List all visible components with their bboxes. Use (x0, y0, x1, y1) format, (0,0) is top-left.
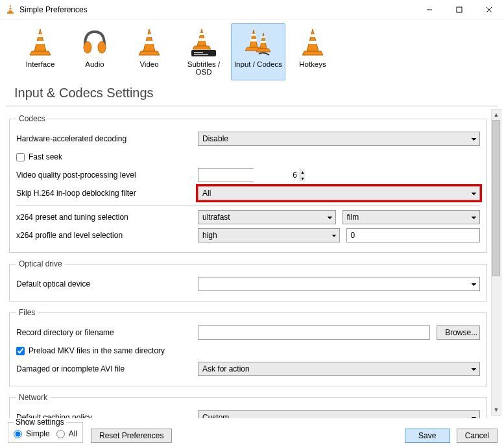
tab-input-codecs[interactable]: Input / Codecs (231, 23, 285, 80)
svg-marker-17 (139, 51, 160, 55)
minimize-button[interactable] (414, 0, 444, 19)
audio-icon (69, 27, 120, 59)
vlc-cone-icon (5, 5, 16, 15)
files-group: Files Record directory or filename Brows… (9, 308, 487, 386)
svg-marker-14 (143, 29, 155, 51)
svg-rect-9 (38, 34, 43, 37)
reset-preferences-button[interactable]: Reset Preferences (91, 429, 172, 443)
svg-rect-27 (250, 39, 257, 41)
svg-rect-19 (199, 33, 204, 35)
spin-up-icon[interactable]: ▲ (300, 169, 305, 175)
vertical-scrollbar[interactable]: ▲ ▼ (491, 109, 501, 416)
svg-marker-18 (197, 29, 206, 46)
svg-rect-16 (145, 41, 154, 44)
files-legend: Files (16, 308, 38, 317)
show-all-label: All (69, 429, 77, 438)
tab-audio[interactable]: Audio (67, 23, 122, 80)
tab-label: Video (124, 60, 174, 68)
show-simple-radio[interactable]: Simple (14, 429, 50, 438)
damaged-avi-select[interactable]: Ask for action (198, 362, 480, 376)
svg-rect-10 (36, 41, 45, 44)
optical-device-label: Default optical device (16, 279, 198, 289)
svg-marker-25 (250, 30, 258, 47)
cancel-button[interactable]: Cancel (457, 429, 498, 443)
svg-rect-23 (194, 52, 203, 53)
skip-deblock-select[interactable]: All (198, 186, 480, 200)
tab-label: Input / Codecs (233, 60, 283, 68)
svg-marker-36 (302, 51, 323, 55)
network-group: Network Default caching policy Custom HT… (9, 393, 487, 418)
optical-legend: Optical drive (16, 259, 65, 268)
pp-level-label: Video quality post-processing level (16, 171, 198, 180)
tab-hotkeys[interactable]: Hotkeys (285, 23, 340, 80)
subtitles-icon (178, 27, 229, 59)
svg-marker-8 (34, 29, 46, 51)
optical-device-select[interactable] (198, 277, 480, 291)
svg-rect-22 (191, 50, 216, 56)
svg-rect-26 (252, 34, 256, 36)
hw-decoding-select[interactable]: Disable (198, 132, 480, 146)
caching-select[interactable]: Custom (198, 410, 480, 418)
tab-label: Subtitles / OSD (178, 60, 229, 76)
record-dir-label: Record directory or filename (16, 328, 198, 337)
optical-group: Optical drive Default optical device (9, 259, 487, 301)
category-toolbar: Interface Audio Video (0, 19, 504, 82)
svg-marker-11 (30, 51, 51, 55)
svg-marker-0 (9, 5, 12, 12)
titlebar: Simple Preferences (0, 0, 504, 19)
tab-subtitles[interactable]: Subtitles / OSD (176, 23, 231, 80)
preload-mkv-checkbox[interactable]: Preload MKV files in the same directory (16, 346, 165, 355)
svg-rect-1 (10, 7, 12, 8)
input-codecs-icon (233, 27, 283, 59)
spin-down-icon[interactable]: ▼ (300, 175, 305, 182)
x264-tuning-select[interactable]: film (342, 210, 481, 224)
page-title: Input & Codecs Settings (6, 83, 498, 106)
window-title: Simple Preferences (19, 5, 88, 14)
tab-interface[interactable]: Interface (13, 23, 67, 80)
preload-mkv-label: Preload MKV files in the same directory (29, 346, 165, 355)
x264-preset-label: x264 preset and tuning selection (16, 213, 198, 222)
show-settings-group: Show settings Simple All (8, 418, 83, 443)
video-icon (124, 27, 174, 59)
tab-video[interactable]: Video (122, 23, 176, 80)
svg-rect-30 (261, 36, 265, 38)
svg-rect-31 (261, 41, 266, 43)
svg-point-12 (84, 41, 91, 53)
skip-deblock-label: Skip H.264 in-loop deblocking filter (16, 189, 198, 198)
network-legend: Network (16, 393, 50, 402)
tab-label: Interface (15, 60, 66, 68)
footer-bar: Show settings Simple All Reset Preferenc… (0, 420, 504, 448)
maximize-button[interactable] (444, 0, 474, 19)
svg-marker-32 (256, 49, 270, 52)
scroll-down-icon[interactable]: ▼ (492, 405, 501, 415)
x264-level-input[interactable] (346, 228, 481, 242)
show-all-radio[interactable]: All (56, 429, 77, 438)
browse-button[interactable]: Browse... (437, 325, 480, 340)
scrollbar-thumb[interactable] (492, 120, 500, 276)
scroll-up-icon[interactable]: ▲ (492, 110, 501, 120)
fast-seek-label: Fast seek (29, 152, 62, 161)
settings-pane: Codecs Hardware-accelerated decoding Dis… (0, 106, 504, 418)
svg-rect-34 (310, 34, 316, 37)
interface-icon (15, 27, 66, 59)
svg-rect-20 (198, 38, 206, 41)
close-button[interactable] (474, 0, 504, 19)
fast-seek-checkbox[interactable]: Fast seek (16, 152, 62, 161)
svg-rect-35 (309, 41, 317, 44)
svg-rect-5 (457, 7, 462, 12)
pp-level-input[interactable] (198, 169, 300, 182)
tab-label: Audio (69, 60, 120, 68)
hotkeys-icon (287, 27, 338, 59)
x264-preset-select[interactable]: ultrafast (198, 210, 336, 224)
record-dir-input[interactable] (198, 325, 430, 340)
x264-profile-select[interactable]: high (198, 228, 340, 242)
codecs-legend: Codecs (16, 114, 48, 123)
save-button[interactable]: Save (405, 429, 450, 443)
damaged-avi-label: Damaged or incomplete AVI file (16, 364, 198, 373)
x264-profile-label: x264 profile and level selection (16, 231, 198, 240)
show-settings-legend: Show settings (14, 418, 66, 427)
svg-point-13 (98, 41, 106, 53)
svg-rect-2 (9, 9, 12, 10)
show-simple-label: Simple (26, 429, 50, 438)
pp-level-spinner[interactable]: ▲ ▼ (198, 168, 254, 182)
